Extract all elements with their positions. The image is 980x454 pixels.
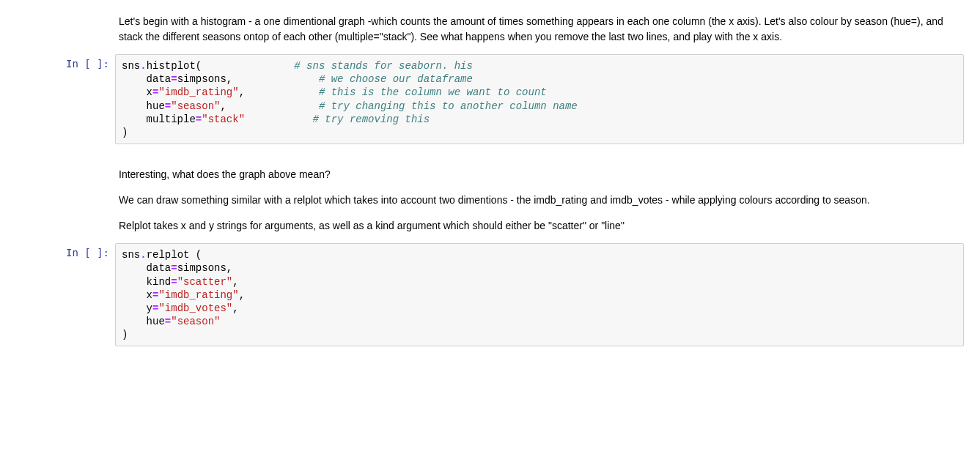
markdown-content: Let's begin with a histogram - a one dim…: [115, 10, 980, 48]
paragraph: Let's begin with a histogram - a one dim…: [119, 14, 964, 45]
prompt-label: In [ ]:: [66, 58, 109, 70]
prompt-empty: [0, 10, 115, 48]
code-editor[interactable]: sns.histplot( # sns stands for seaborn. …: [115, 54, 964, 144]
prompt-label: In [ ]:: [66, 247, 109, 258]
code-wrapper[interactable]: sns.histplot( # sns stands for seaborn. …: [115, 54, 980, 144]
code-wrapper[interactable]: sns.relplot ( data=simpsons, kind="scatt…: [115, 243, 980, 346]
markdown-content: Interesting, what does the graph above m…: [115, 163, 980, 237]
input-prompt: In [ ]:: [0, 243, 115, 346]
markdown-cell: Interesting, what does the graph above m…: [0, 160, 980, 240]
code-cell: In [ ]: sns.relplot ( data=simpsons, kin…: [0, 240, 980, 349]
markdown-cell: Let's begin with a histogram - a one dim…: [0, 7, 980, 51]
code-editor[interactable]: sns.relplot ( data=simpsons, kind="scatt…: [115, 243, 964, 346]
prompt-empty: [0, 163, 115, 237]
paragraph: We can draw something similar with a rel…: [119, 193, 964, 208]
code-cell: In [ ]: sns.histplot( # sns stands for s…: [0, 51, 980, 147]
input-prompt: In [ ]:: [0, 54, 115, 144]
paragraph: Interesting, what does the graph above m…: [119, 167, 964, 182]
paragraph: Relplot takes x and y strings for argume…: [119, 218, 964, 234]
